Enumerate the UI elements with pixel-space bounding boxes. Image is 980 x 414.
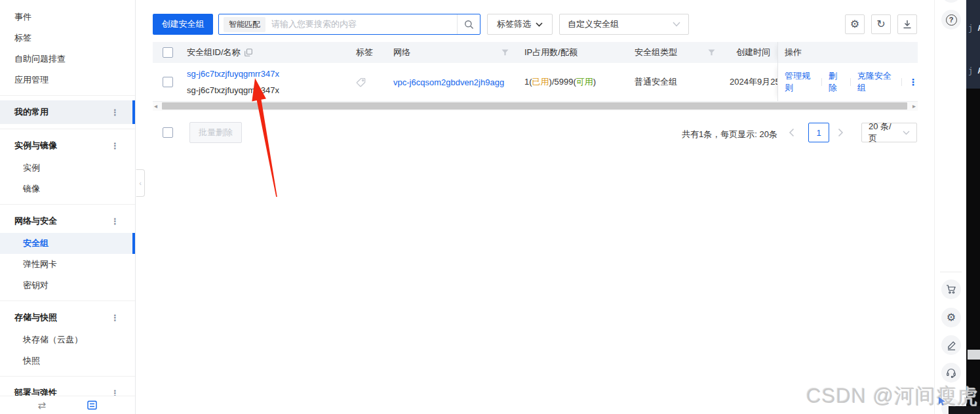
- download-icon: [903, 20, 912, 29]
- sidebar-item-app-management[interactable]: 应用管理: [0, 70, 135, 91]
- refresh-button[interactable]: ↻: [871, 14, 891, 34]
- column-header-id-name: 安全组ID/名称: [187, 47, 241, 58]
- pagination-total: 共有1条，每页显示: 20条: [682, 129, 777, 140]
- collapse-chevron-icon: ‹: [139, 179, 142, 187]
- delete-link[interactable]: 删除: [829, 70, 844, 94]
- cart-button[interactable]: [941, 279, 961, 299]
- sidebar-item-enis[interactable]: 弹性网卡: [0, 254, 135, 275]
- question-icon: ?: [946, 14, 957, 26]
- clone-security-group-link[interactable]: 克隆安全组: [857, 70, 895, 94]
- security-group-console: 事件 标签 自助问题排查 应用管理 我的常用 ⋮ 实例与镜像 ⋮ 实例 镜像 网…: [0, 0, 980, 414]
- ip-available-label: 可用: [576, 77, 593, 87]
- batch-delete-button[interactable]: 批量删除: [189, 122, 242, 143]
- page-number-button[interactable]: 1: [808, 123, 829, 142]
- floating-toolbar: ? ⚙: [934, 0, 966, 414]
- sidebar-item-tags[interactable]: 标签: [0, 28, 135, 49]
- scroll-right-icon[interactable]: ▸: [912, 102, 916, 110]
- background-window-corner: [949, 406, 980, 414]
- sidebar-divider: [0, 129, 135, 129]
- ip-quota-cell: 1(已用)/5999(可用): [518, 76, 629, 88]
- pencil-icon: [947, 341, 956, 350]
- sidebar-divider: [0, 300, 135, 301]
- sidebar-item-snapshots[interactable]: 快照: [0, 350, 135, 371]
- sidebar-item-self-diagnosis[interactable]: 自助问题排查: [0, 49, 135, 70]
- page-size-select[interactable]: 20 条/页: [861, 123, 917, 142]
- search-input[interactable]: 智能匹配 请输入您要搜索的内容: [218, 14, 480, 35]
- scrollbar-thumb[interactable]: [162, 102, 907, 110]
- create-security-group-button[interactable]: 创建安全组: [153, 14, 213, 35]
- search-placeholder: 请输入您要搜索的内容: [271, 18, 457, 30]
- sidebar: 事件 标签 自助问题排查 应用管理 我的常用 ⋮ 实例与镜像 ⋮ 实例 镜像 网…: [0, 0, 136, 414]
- more-icon[interactable]: ⋮: [111, 142, 119, 150]
- more-actions-icon[interactable]: ⋮: [909, 77, 918, 87]
- actions-cell: 管理规则 删除 克隆安全组 ⋮: [777, 63, 918, 101]
- sidebar-section-storage-snapshots[interactable]: 存储与快照 ⋮: [0, 306, 135, 329]
- action-separator: [821, 78, 822, 86]
- next-page-icon[interactable]: [838, 128, 844, 137]
- copy-icon[interactable]: [245, 49, 252, 56]
- sidebar-item-images[interactable]: 镜像: [0, 178, 135, 199]
- sidebar-collapse-handle[interactable]: ‹: [136, 169, 145, 197]
- sidebar-item-security-groups[interactable]: 安全组: [0, 233, 135, 254]
- cart-icon: [946, 284, 956, 295]
- headset-icon: [946, 367, 956, 378]
- feedback-button[interactable]: [941, 335, 961, 355]
- sidebar-divider: [0, 95, 135, 96]
- settings-fab-button[interactable]: ⚙: [941, 308, 961, 327]
- help-button[interactable]: ?: [941, 10, 961, 30]
- filter-funnel-icon[interactable]: [501, 49, 509, 56]
- smart-match-chip[interactable]: 智能匹配: [224, 17, 265, 32]
- export-button[interactable]: [897, 14, 917, 34]
- more-icon[interactable]: ⋮: [111, 217, 119, 226]
- search-button[interactable]: [457, 14, 480, 34]
- sidebar-section-network-security[interactable]: 网络与安全 ⋮: [0, 209, 135, 233]
- security-group-table: 安全组ID/名称 标签 网络 IP占用数/配额 安全组类型: [153, 42, 918, 102]
- sidebar-item-key-pairs[interactable]: 密钥对: [0, 275, 135, 296]
- background-window-edge: j A j A: [966, 0, 980, 89]
- settings-button[interactable]: ⚙: [845, 14, 865, 34]
- row-checkbox[interactable]: [163, 77, 173, 87]
- list-view-icon[interactable]: [87, 400, 97, 410]
- gear-icon: ⚙: [947, 312, 956, 323]
- floating-button-partial[interactable]: [941, 0, 961, 3]
- more-icon[interactable]: ⋮: [111, 314, 119, 322]
- select-all-checkbox[interactable]: [163, 47, 173, 58]
- horizontal-scrollbar: ◂ ▸: [153, 102, 918, 111]
- footer-select-checkbox[interactable]: [163, 127, 173, 138]
- ip-used-label: 已用: [532, 77, 549, 87]
- gear-icon: ⚙: [850, 19, 859, 30]
- swap-view-icon[interactable]: ⇄: [38, 400, 47, 411]
- column-header-created: 创建时间: [724, 47, 777, 58]
- sidebar-item-instances[interactable]: 实例: [0, 157, 135, 178]
- background-window-band: [968, 350, 980, 360]
- sidebar-section-favorites[interactable]: 我的常用 ⋮: [0, 100, 135, 124]
- vpc-link[interactable]: vpc-j6cqsom2gbdven2jh9agg: [393, 77, 504, 87]
- background-window-edge: [966, 89, 980, 414]
- background-window-text: j A: [968, 24, 980, 33]
- more-icon[interactable]: ⋮: [111, 108, 119, 117]
- security-group-type-select[interactable]: 自定义安全组: [559, 14, 689, 35]
- sidebar-section-instances-images[interactable]: 实例与镜像 ⋮: [0, 134, 135, 157]
- tag-icon[interactable]: [356, 77, 388, 87]
- action-separator: [901, 78, 902, 86]
- column-header-ip-quota: IP占用数/配额: [518, 47, 629, 58]
- column-header-network: 网络: [393, 47, 410, 58]
- prev-page-icon[interactable]: [789, 128, 794, 137]
- scroll-left-icon[interactable]: ◂: [154, 102, 157, 110]
- security-group-name: sg-j6c7txzjfuyqgmrr347x: [187, 82, 351, 98]
- sidebar-item-events[interactable]: 事件: [0, 7, 135, 28]
- tag-filter-dropdown[interactable]: 标签筛选: [487, 14, 553, 35]
- sidebar-item-block-storage[interactable]: 块存储（云盘）: [0, 329, 135, 350]
- table-row: sg-j6c7txzjfuyqgmrr347x sg-j6c7txzjfuyqg…: [153, 63, 918, 102]
- refresh-icon: ↻: [876, 19, 885, 30]
- manage-rules-link[interactable]: 管理规则: [785, 70, 815, 94]
- support-button[interactable]: [941, 363, 961, 383]
- chevron-down-icon: [903, 131, 910, 135]
- floating-toolbar-divider: [940, 272, 962, 272]
- sidebar-footer: ⇄: [0, 396, 135, 414]
- background-window-text: j A: [968, 66, 980, 75]
- security-group-id-link[interactable]: sg-j6c7txzjfuyqgmrr347x: [187, 69, 279, 79]
- filter-funnel-icon[interactable]: [708, 49, 715, 56]
- sidebar-nav: 事件 标签 自助问题排查 应用管理 我的常用 ⋮ 实例与镜像 ⋮ 实例 镜像 网…: [0, 0, 135, 405]
- sidebar-divider: [0, 204, 135, 205]
